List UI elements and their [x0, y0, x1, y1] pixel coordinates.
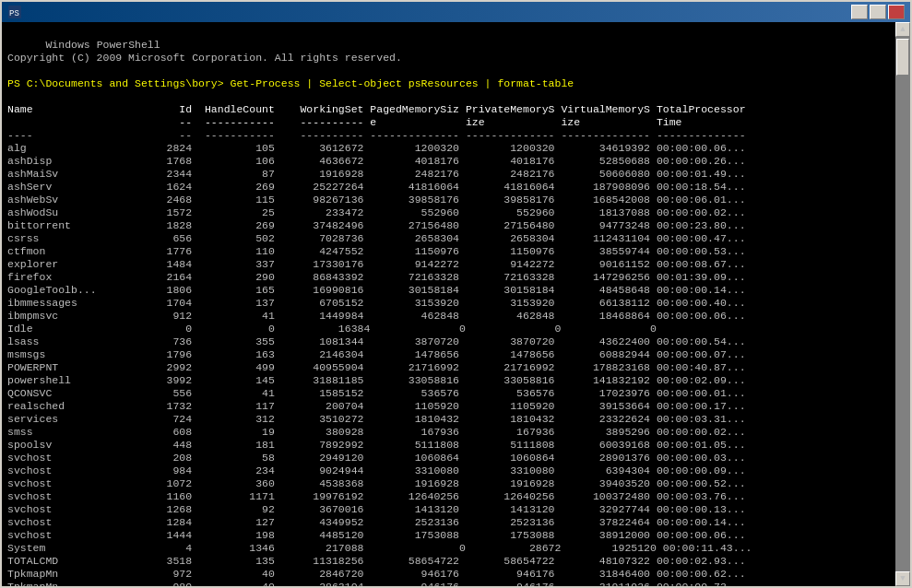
title-bar: PS: [2, 2, 910, 22]
scroll-down-button[interactable]: ▼: [895, 571, 910, 586]
maximize-button[interactable]: [870, 5, 886, 19]
scroll-up-button[interactable]: ▲: [895, 22, 910, 37]
scrollbar-thumb[interactable]: [896, 39, 909, 76]
terminal-content[interactable]: Windows PowerShell Copyright (C) 2009 Mi…: [2, 22, 895, 586]
svg-text:PS: PS: [9, 9, 19, 18]
terminal: Windows PowerShell Copyright (C) 2009 Mi…: [2, 22, 910, 586]
powershell-icon: PS: [7, 5, 22, 19]
window: PS Windows PowerShell Copyright (C) 2009…: [0, 0, 912, 588]
scrollbar[interactable]: ▲ ▼: [895, 22, 910, 586]
close-button[interactable]: [888, 5, 905, 19]
window-controls: [851, 5, 905, 19]
title-bar-left: PS: [7, 5, 28, 19]
scrollbar-track[interactable]: [895, 37, 910, 571]
minimize-button[interactable]: [851, 5, 868, 19]
terminal-scroll-wrapper: Windows PowerShell Copyright (C) 2009 Mi…: [2, 22, 910, 586]
